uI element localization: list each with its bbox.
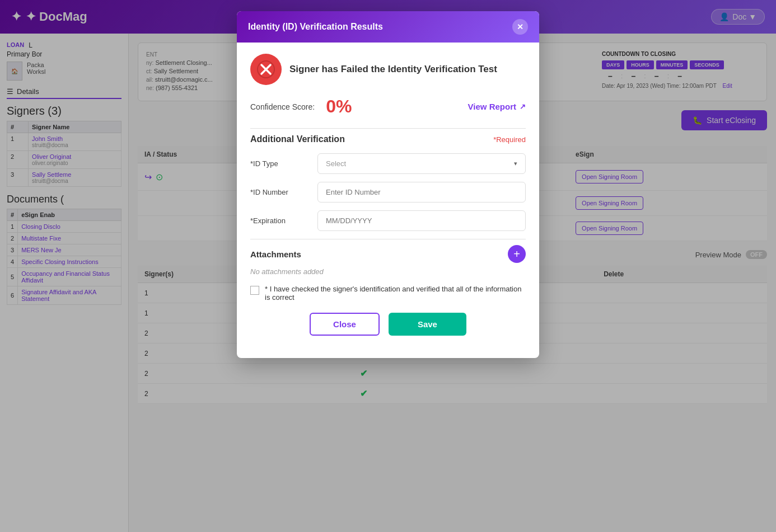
modal-footer: Close Save — [250, 313, 526, 347]
id-number-input[interactable] — [317, 182, 526, 203]
fail-x-icon — [257, 60, 275, 78]
id-type-group: *ID Type Select ▾ — [250, 153, 526, 174]
additional-verification-header: Additional Verification *Required — [250, 134, 526, 144]
id-type-select[interactable]: Select ▾ — [317, 153, 526, 174]
required-label: *Required — [493, 135, 526, 144]
view-report-label: View Report — [468, 102, 516, 111]
divider-2 — [250, 239, 526, 239]
confidence-score: 0% — [326, 96, 352, 117]
modal-title: Identity (ID) Verification Results — [248, 22, 383, 32]
modal-overlay: Identity (ID) Verification Results ✕ Sig… — [0, 0, 776, 532]
divider-1 — [250, 128, 526, 129]
confidence-label: Confidence Score: — [250, 102, 315, 111]
id-number-group: *ID Number — [250, 182, 526, 203]
verification-checkbox-row: * I have checked the signer's identifica… — [250, 285, 526, 302]
verification-checkbox[interactable] — [250, 286, 259, 295]
id-type-placeholder: Select — [326, 159, 346, 168]
attachments-row: Attachments + — [250, 245, 526, 263]
close-icon: ✕ — [517, 22, 523, 31]
id-number-label: *ID Number — [250, 188, 317, 196]
fail-icon — [250, 54, 282, 85]
plus-icon: + — [513, 248, 520, 261]
view-report-link[interactable]: View Report ↗ — [468, 102, 526, 111]
save-button[interactable]: Save — [389, 313, 466, 336]
confidence-row: Confidence Score: 0% View Report ↗ — [250, 96, 526, 117]
checkbox-label: * I have checked the signer's identifica… — [265, 285, 526, 302]
av-label: Additional Verification — [250, 134, 345, 144]
attachments-label: Attachments — [250, 249, 301, 259]
close-button[interactable]: Close — [310, 313, 380, 336]
modal-header: Identity (ID) Verification Results ✕ — [237, 11, 539, 43]
id-type-label: *ID Type — [250, 159, 317, 168]
expiration-input[interactable] — [317, 210, 526, 231]
no-attachments-text: No attachments added — [250, 267, 526, 276]
external-link-icon: ↗ — [520, 102, 526, 111]
failed-header: Signer has Failed the Identity Verificat… — [250, 54, 526, 85]
chevron-down-icon: ▾ — [514, 160, 517, 167]
expiration-label: *Expiration — [250, 216, 317, 225]
failed-message: Signer has Failed the Identity Verificat… — [289, 64, 497, 75]
modal-close-button[interactable]: ✕ — [512, 19, 528, 35]
modal-body: Signer has Failed the Identity Verificat… — [237, 43, 539, 358]
modal-dialog: Identity (ID) Verification Results ✕ Sig… — [237, 11, 539, 358]
expiration-group: *Expiration — [250, 210, 526, 231]
add-attachment-button[interactable]: + — [508, 245, 526, 263]
